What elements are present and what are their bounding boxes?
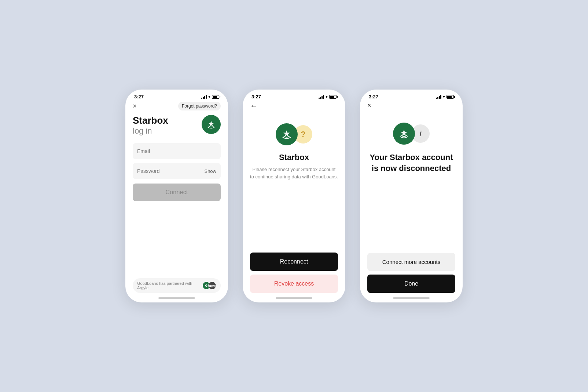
- connect-more-accounts-button[interactable]: Connect more accounts: [367, 253, 455, 271]
- time-2: 3:27: [251, 94, 261, 99]
- wifi-icon: ▾: [208, 94, 210, 99]
- status-icons-3: ▾: [436, 94, 454, 99]
- disconnected-actions: Connect more accounts Done: [367, 253, 455, 297]
- show-password-button[interactable]: Show: [204, 168, 216, 174]
- starbox-icon: [276, 123, 298, 145]
- reconnect-description: Please reconnect your Starbox account to…: [250, 166, 338, 180]
- spacer-3: [367, 174, 455, 253]
- argyle-logo: argyle: [208, 282, 216, 290]
- close-button[interactable]: ×: [133, 102, 137, 110]
- home-indicator-1: [158, 297, 195, 299]
- done-button[interactable]: Done: [367, 275, 455, 293]
- disconnected-title: Your Starbox account is now disconnected: [367, 152, 455, 174]
- connect-button[interactable]: Connect: [133, 184, 221, 201]
- partner-bar: GoodLoans has partnered with Argyle G ar…: [133, 278, 221, 293]
- login-header: × Forgot password?: [133, 102, 221, 110]
- brand-section: Starbox log in: [133, 115, 221, 136]
- status-bar-2: 3:27 ▾: [243, 90, 345, 102]
- spacer: [133, 201, 221, 278]
- starbox-icon-svg: [279, 127, 294, 142]
- phone-reconnect: 3:27 ▾ ←: [243, 90, 345, 302]
- reconnect-brand-name: Starbox: [250, 153, 338, 162]
- close-button-3[interactable]: ×: [367, 102, 371, 109]
- reconnect-screen: ← ? Starbox Please reconnect your Starbo…: [243, 102, 345, 302]
- status-icons-2: ▾: [319, 94, 337, 99]
- home-indicator-2: [276, 297, 312, 299]
- login-screen: × Forgot password? Starbox log in: [125, 102, 228, 302]
- spacer-2: [250, 180, 338, 253]
- password-field-row: Show: [133, 163, 221, 179]
- time-1: 3:27: [134, 94, 144, 99]
- forgot-password-button[interactable]: Forgot password?: [178, 102, 221, 110]
- brand-title: Starbox: [133, 115, 168, 126]
- wifi-icon-2: ▾: [326, 94, 328, 99]
- reconnect-button[interactable]: Reconnect: [250, 253, 338, 271]
- battery-icon-3: [446, 95, 454, 99]
- signal-icon: [201, 95, 207, 99]
- signal-icon-3: [436, 95, 441, 99]
- screens-container: 3:27 ▾ × Forgot password? Starbox log in: [111, 75, 477, 317]
- brand-subtitle: log in: [133, 126, 168, 136]
- email-input[interactable]: [133, 143, 221, 159]
- wifi-icon-3: ▾: [443, 94, 445, 99]
- icon-pair-3: i: [367, 123, 455, 145]
- battery-icon-2: [329, 95, 337, 99]
- phone-disconnected: 3:27 ▾ ×: [360, 90, 463, 302]
- status-bar-1: 3:27 ▾: [125, 90, 228, 102]
- back-button[interactable]: ←: [250, 102, 338, 110]
- reconnect-actions: Reconnect Revoke access: [250, 253, 338, 297]
- starbox-icon-svg-3: [397, 126, 411, 141]
- home-indicator-3: [393, 297, 430, 299]
- starbox-icon-3: [393, 123, 415, 145]
- revoke-access-button[interactable]: Revoke access: [250, 275, 338, 293]
- time-3: 3:27: [369, 94, 378, 99]
- status-icons-1: ▾: [201, 94, 219, 99]
- partner-logos: G argyle: [202, 282, 216, 290]
- starbox-logo-svg: [205, 118, 218, 131]
- signal-icon-2: [319, 95, 324, 99]
- disconnected-screen: × i Your Starbox account is now disconne…: [360, 102, 463, 302]
- battery-icon: [212, 95, 219, 99]
- status-bar-3: 3:27 ▾: [360, 90, 463, 102]
- phone-login: 3:27 ▾ × Forgot password? Starbox log in: [125, 90, 228, 302]
- partner-text: GoodLoans has partnered with Argyle: [137, 281, 199, 290]
- icon-pair: ?: [250, 123, 338, 145]
- brand-text: Starbox log in: [133, 115, 168, 136]
- starbox-logo: [202, 115, 221, 134]
- password-input[interactable]: [137, 168, 204, 174]
